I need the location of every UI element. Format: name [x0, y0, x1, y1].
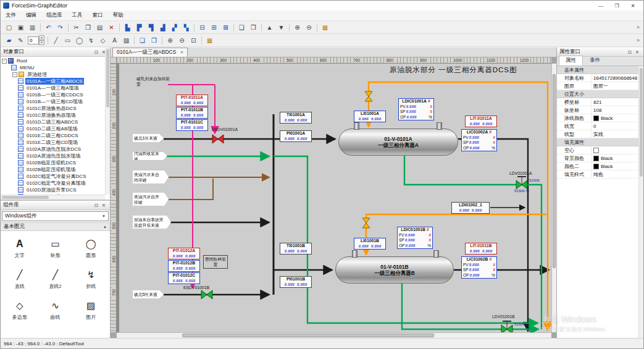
- property-value[interactable]: 图层一: [592, 82, 638, 90]
- save-icon[interactable]: ▥: [27, 22, 38, 33]
- flow-label-3[interactable]: 含油污水自开排罐: [133, 193, 169, 206]
- maximize-icon[interactable]: ❐: [609, 1, 625, 11]
- component-2[interactable]: ◯圆形: [73, 233, 109, 264]
- valve-label-esdv01001b[interactable]: ESDV01001B: [183, 285, 209, 290]
- pipe-oily-water-open-drain[interactable]: [169, 179, 213, 200]
- instrument-tag-li01001b[interactable]: LI01001B#.####.###: [354, 238, 386, 250]
- page-icon[interactable]: ❏: [137, 35, 148, 46]
- bring-to-front-icon[interactable]: ▲: [264, 22, 275, 33]
- valve-label-ldv01001a[interactable]: LDV01001A: [509, 171, 532, 175]
- tree-item-1[interactable]: −原油处理: [1, 71, 110, 78]
- valve-label-esdv01001a[interactable]: ESDV01001A: [212, 127, 238, 132]
- copy-icon[interactable]: ❐: [83, 22, 93, 33]
- paste-icon[interactable]: ▤: [94, 22, 105, 33]
- tree-item-8[interactable]: 0101D二级三相ABDCS: [1, 119, 110, 125]
- tree-expander-icon[interactable]: −: [12, 72, 17, 77]
- grid-2-icon[interactable]: ▦: [204, 35, 215, 46]
- note-0[interactable]: 破乳剂来自加药装置: [136, 76, 172, 87]
- component-5[interactable]: ↯折线: [73, 264, 109, 295]
- spinner-arrows[interactable]: ▴▾: [39, 35, 44, 45]
- property-value[interactable]: 0: [592, 122, 638, 130]
- property-section-header[interactable]: 基本属性: [557, 66, 638, 74]
- property-value[interactable]: Black: [592, 154, 638, 162]
- psv-a-icon[interactable]: [365, 91, 372, 101]
- component-8[interactable]: ▨图片: [73, 295, 109, 326]
- checkbox[interactable]: [593, 148, 599, 153]
- instrument-tag-lit-01011b[interactable]: LIT-01011B#.####.###: [465, 243, 497, 254]
- tree-item-18[interactable]: 0102D原油提升泵DCS: [1, 187, 110, 193]
- property-value[interactable]: Black: [592, 162, 638, 170]
- menu-item-0[interactable]: 文件: [1, 11, 21, 20]
- zoom-out-icon[interactable]: ⊖: [304, 22, 314, 33]
- property-row[interactable]: 图层图层一: [557, 82, 638, 90]
- property-row[interactable]: 空心: [557, 146, 638, 154]
- line-color-icon[interactable]: ✎: [15, 35, 26, 46]
- ellipse-tool-icon[interactable]: ◯: [74, 35, 85, 46]
- tree-item-9[interactable]: 0101D二级三相AB现场: [1, 125, 110, 132]
- flow-label-2[interactable]: 含油污水来自闭排罐: [133, 170, 169, 183]
- canvas-horizontal-scrollbar[interactable]: [117, 332, 551, 338]
- object-tree[interactable]: −RootMENU−原油处理0101A—一级三相ABDCS0101A—一级三相A…: [1, 57, 110, 200]
- layers-icon[interactable]: ❐: [149, 35, 159, 46]
- line-width-spinner[interactable]: ▴▾: [28, 35, 44, 45]
- tree-item-11[interactable]: 0101E二级三相CD现场: [1, 139, 110, 146]
- tab-properties[interactable]: 属性: [559, 56, 583, 65]
- instrument-tag-pi01001a[interactable]: PI01001A#.####.###: [280, 130, 312, 142]
- close-icon[interactable]: ✕: [625, 1, 641, 11]
- property-value[interactable]: 108: [592, 106, 638, 114]
- undo-icon[interactable]: ↶: [43, 22, 54, 33]
- flow-label-4[interactable]: 原油来自事故泄压提升泵来液: [133, 216, 171, 229]
- image-tool-icon[interactable]: ▨: [121, 35, 132, 46]
- tree-item-4[interactable]: 0101B—一级三相CDDCS: [1, 91, 110, 98]
- same-height-icon[interactable]: ⊞: [209, 22, 219, 33]
- esdv01001a-valve[interactable]: [212, 135, 224, 143]
- tree-item-5[interactable]: 0101B—一级三相CD现场: [1, 98, 110, 105]
- ldv01001a-valve[interactable]: [516, 177, 527, 189]
- component-3[interactable]: ╱直线: [2, 264, 38, 295]
- polygon-tool-icon[interactable]: ◇: [98, 35, 108, 46]
- vessel-01-v-0101b[interactable]: 01-V-0101B 一级三相分离器B: [335, 256, 454, 284]
- same-size-icon[interactable]: ⊠: [220, 22, 231, 33]
- overflow-icon[interactable]: »: [637, 37, 641, 43]
- grid-icon[interactable]: ▦: [320, 22, 330, 33]
- instrument-tag-ldi01002_1[interactable]: LDI01002_1#.####.###: [451, 202, 490, 214]
- instrument-tag-lic01002a[interactable]: LIC01002A#PV#.####SP#.####OP#.###%: [461, 129, 497, 151]
- tree-item-10[interactable]: 0101E二级三相CDDCS: [1, 132, 110, 139]
- diagram-title[interactable]: 原油脱水部分 一级三相分离器DCS图: [390, 65, 517, 75]
- tree-item-2[interactable]: 0101A—一级三相ABDCS: [1, 78, 110, 85]
- cut-icon[interactable]: ✂: [71, 22, 82, 33]
- delete-icon[interactable]: ✕: [106, 22, 117, 33]
- property-row[interactable]: 对象名称1645172890668648: [557, 74, 638, 82]
- pipe-vessel-a-oil-outlet[interactable]: [458, 139, 528, 331]
- vessel-01-v-0101a[interactable]: 01-V-0101A 一级三相分离器A: [338, 128, 458, 156]
- tree-expander-icon[interactable]: −: [2, 59, 7, 64]
- tree-item-13[interactable]: 0102A原油负压脱水现场: [1, 153, 110, 159]
- ungroup-icon[interactable]: ❒: [248, 22, 259, 33]
- h-scroll-thumb[interactable]: [182, 334, 434, 337]
- title-bar[interactable]: ForceSim-GraphEditor — ❐ ✕: [1, 1, 643, 11]
- line-width-input[interactable]: [28, 36, 39, 44]
- menu-item-1[interactable]: 编辑: [21, 11, 41, 20]
- tree-item-15[interactable]: 0102B稳定压缩机现场: [1, 166, 110, 173]
- tree-root[interactable]: −Root: [1, 57, 110, 64]
- align-right-icon[interactable]: ▜: [146, 22, 156, 33]
- instrument-tag-lic01002b[interactable]: LIC01002B#PV#.####SP#.####OP#.###%: [461, 256, 497, 279]
- send-to-back-icon[interactable]: ▼: [276, 22, 286, 33]
- zoom-in-icon[interactable]: ⊕: [292, 22, 303, 33]
- property-row[interactable]: 线型实线: [557, 130, 638, 138]
- pin-icon[interactable]: ⊡: [93, 203, 100, 208]
- open-icon[interactable]: ▣: [15, 22, 26, 33]
- pipe-relief-b[interactable]: [366, 214, 546, 218]
- instrument-tag-pit-01011c[interactable]: PIT-01011C#.####.###: [176, 119, 208, 131]
- tree-horizontal-scrollbar[interactable]: [1, 195, 105, 200]
- menu-item-4[interactable]: 窗口: [88, 11, 108, 20]
- align-left-icon[interactable]: ▙: [122, 22, 133, 33]
- instrument-tag-lit-01011a[interactable]: LIT-01011A#.####.###: [465, 116, 497, 127]
- property-value[interactable]: 821: [592, 98, 638, 106]
- component-0[interactable]: A文字: [2, 233, 38, 264]
- menu-item-3[interactable]: 工具: [67, 11, 88, 20]
- overflow-icon[interactable]: »: [637, 24, 641, 30]
- instrument-tag-ldic01001b[interactable]: LDIC01001B#PV#.####SP#.####OP#.###%: [397, 227, 433, 249]
- component-7[interactable]: ∿曲线: [38, 295, 73, 326]
- align-bottom-icon[interactable]: ▟: [157, 22, 168, 33]
